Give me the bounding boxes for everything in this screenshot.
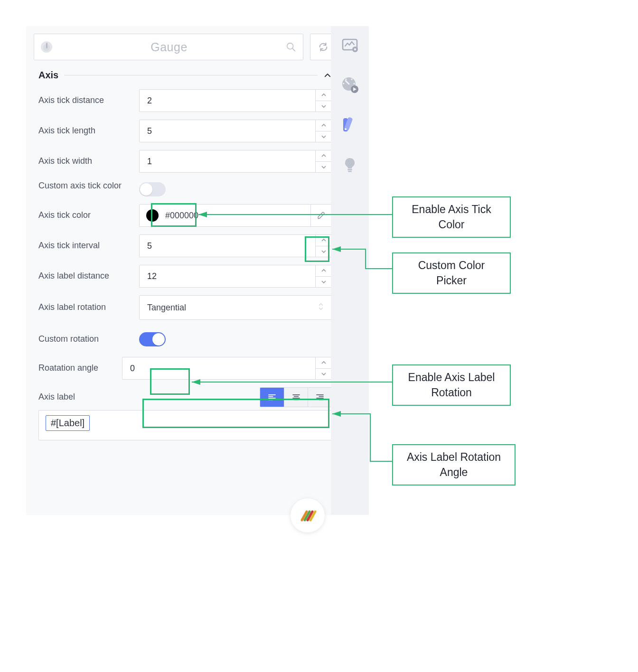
stepper-down-icon[interactable] [316, 162, 331, 173]
input-label-distance[interactable] [140, 265, 315, 287]
input-tick-distance-wrap [139, 89, 332, 112]
stepper-up-icon[interactable] [316, 90, 331, 101]
color-swatch [146, 209, 159, 222]
label-tick-length: Axis tick length [38, 125, 139, 136]
rail-dashboard-settings-icon[interactable] [339, 35, 360, 56]
label-custom-rotation: Custom rotation [38, 334, 139, 345]
select-label-rotation[interactable]: Tangential [139, 295, 332, 320]
align-group [260, 387, 332, 407]
stepper-up-icon[interactable] [316, 235, 331, 246]
stepper-up-icon[interactable] [316, 357, 331, 369]
label-label-distance: Axis label distance [38, 271, 139, 281]
svg-line-1 [292, 48, 295, 51]
section-title: Axis [38, 70, 58, 81]
stepper-down-icon[interactable] [316, 246, 331, 257]
widget-type-label: Gauge [52, 40, 286, 54]
label-tick-color: Axis tick color [38, 210, 139, 221]
svg-point-13 [345, 128, 347, 130]
stepper-down-icon[interactable] [316, 369, 331, 380]
input-tick-interval[interactable] [140, 235, 315, 257]
label-tick-width: Axis tick width [38, 156, 139, 167]
callout-rotation-angle: Axis Label Rotation Angle [392, 444, 516, 485]
stepper-up-icon[interactable] [316, 265, 331, 277]
color-picker-tick-color: #000000 [139, 204, 332, 227]
widget-search[interactable]: Gauge [34, 34, 303, 60]
side-icon-rail [331, 26, 369, 515]
svg-point-7 [351, 78, 352, 80]
rail-idea-icon[interactable] [339, 154, 360, 175]
align-right-button[interactable] [308, 388, 331, 407]
input-tick-length[interactable] [140, 120, 315, 142]
stepper-down-icon[interactable] [316, 131, 331, 142]
rail-performance-icon[interactable] [339, 75, 360, 95]
label-rotation-angle: Roatation angle [38, 363, 122, 373]
input-rotation-angle[interactable] [122, 357, 315, 379]
rail-theme-icon[interactable] [339, 114, 360, 135]
select-caret-icon [318, 302, 324, 313]
gauge-icon [41, 41, 52, 53]
svg-rect-15 [348, 171, 352, 172]
callout-enable-rotation: Enable Axis Label Rotation [392, 364, 511, 406]
axis-label-editor[interactable]: #[Label] [38, 410, 332, 440]
callout-enable-tick-color: Enable Axis Tick Color [392, 196, 511, 238]
align-left-button[interactable] [260, 388, 284, 407]
toggle-custom-tick-color[interactable] [139, 182, 166, 196]
svg-point-9 [353, 83, 355, 84]
stepper-up-icon[interactable] [316, 150, 331, 162]
svg-point-4 [354, 48, 356, 50]
input-tick-width[interactable] [140, 150, 315, 172]
svg-point-8 [343, 83, 344, 84]
search-icon [286, 42, 296, 52]
label-axis-label: Axis label [38, 392, 260, 402]
color-hex: #000000 [165, 211, 198, 221]
callout-color-picker: Custom Color Picker [392, 252, 511, 294]
help-fab[interactable] [291, 498, 325, 532]
select-value: Tangential [147, 303, 186, 313]
stepper-down-icon[interactable] [316, 277, 331, 288]
label-label-rotation: Axis label rotation [38, 302, 139, 313]
label-chip[interactable]: #[Label] [46, 415, 90, 431]
divider [64, 75, 318, 75]
label-custom-tick-color: Custom axis tick color [38, 180, 139, 191]
align-center-button[interactable] [284, 388, 308, 407]
svg-point-6 [345, 78, 347, 80]
stepper-down-icon[interactable] [316, 101, 331, 112]
color-edit-button[interactable] [310, 205, 331, 226]
label-tick-interval: Axis tick interval [38, 240, 139, 251]
stepper-up-icon[interactable] [316, 120, 331, 131]
properties-panel: Gauge Axis Axis tick distance [26, 26, 344, 515]
svg-rect-14 [347, 169, 352, 170]
input-tick-distance[interactable] [140, 90, 315, 112]
toggle-custom-rotation[interactable] [139, 332, 166, 346]
label-tick-distance: Axis tick distance [38, 95, 139, 106]
